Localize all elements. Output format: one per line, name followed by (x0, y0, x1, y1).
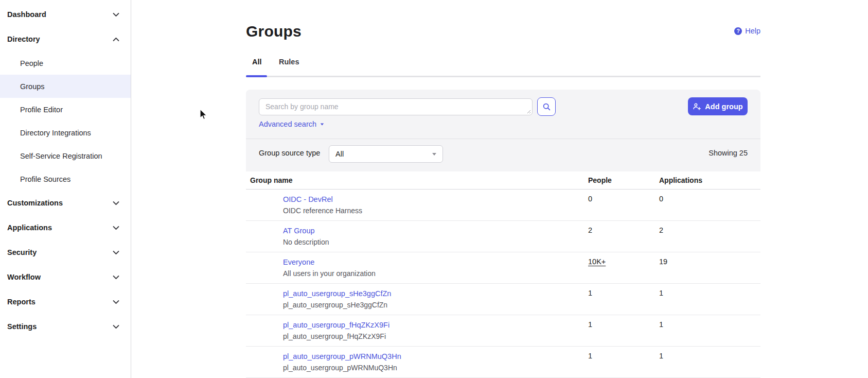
group-name-cell: Everyone All users in your organization (246, 252, 588, 283)
search-icon (542, 102, 551, 111)
column-header-people: People (588, 176, 659, 184)
group-source-type-select[interactable]: All (329, 145, 443, 163)
advanced-search-label: Advanced search (259, 120, 316, 128)
sidebar-item-label: Dashboard (7, 10, 113, 19)
group-name-link[interactable]: pl_auto_usergroup_sHe3ggCfZn (283, 289, 391, 298)
chevron-up-icon (113, 37, 119, 42)
search-input[interactable] (259, 98, 533, 115)
sidebar-item-applications[interactable]: Applications (0, 215, 131, 240)
chevron-down-icon (113, 300, 119, 304)
table-body: OIDC - DevRel OIDC reference Harness 0 0… (246, 190, 760, 378)
sidebar-item-groups[interactable]: Groups (0, 75, 131, 98)
group-description: pl_auto_usergroup_pWRNMuQ3Hn (283, 364, 401, 372)
sidebar-item-directory-integrations[interactable]: Directory Integrations (0, 121, 131, 144)
applications-count-cell: 19 (659, 252, 760, 283)
sidebar-item-self-service-registration[interactable]: Self-Service Registration (0, 144, 131, 167)
group-name-link[interactable]: Everyone (283, 258, 314, 266)
group-description: pl_auto_usergroup_fHqZKzX9Fi (283, 332, 389, 340)
sidebar-item-profile-sources[interactable]: Profile Sources (0, 167, 131, 191)
sidebar-item-label: Groups (20, 82, 119, 91)
group-description: OIDC reference Harness (283, 207, 362, 215)
sidebar-item-label: Workflow (7, 273, 113, 281)
chevron-down-icon (113, 201, 119, 205)
help-link[interactable]: ? Help (734, 27, 760, 35)
tab-all[interactable]: All (252, 58, 262, 66)
filter-panel: Advanced search Add group Group source t… (246, 90, 760, 171)
sidebar-item-label: Customizations (7, 199, 113, 207)
tab-rules[interactable]: Rules (279, 58, 299, 66)
help-label: Help (745, 27, 760, 35)
chevron-down-icon (113, 250, 119, 255)
applications-count-cell: 1 (659, 347, 760, 377)
sidebar-item-customizations[interactable]: Customizations (0, 191, 131, 215)
tabs: All Rules (246, 58, 760, 79)
table-row: pl_auto_usergroup_fHqZKzX9Fi pl_auto_use… (246, 315, 760, 347)
sidebar-item-settings[interactable]: Settings (0, 314, 131, 339)
add-group-label: Add group (705, 102, 742, 111)
select-caret-icon (432, 153, 436, 156)
group-description: pl_auto_usergroup_sHe3ggCfZn (283, 301, 391, 309)
applications-count-cell: 1 (659, 284, 760, 315)
sidebar-item-label: Settings (7, 322, 113, 331)
sidebar-item-label: Profile Sources (20, 175, 119, 183)
group-name-cell: pl_auto_usergroup_pWRNMuQ3Hn pl_auto_use… (246, 347, 588, 377)
people-count-cell: 10K+ (588, 252, 659, 283)
group-icon (257, 261, 272, 275)
group-description: No description (283, 238, 329, 246)
showing-count: Showing 25 (708, 149, 748, 157)
table-row: OIDC - DevRel OIDC reference Harness 0 0 (246, 190, 760, 221)
group-name-link[interactable]: pl_auto_usergroup_fHqZKzX9Fi (283, 321, 389, 329)
chevron-down-icon (113, 275, 119, 280)
sidebar-item-label: Profile Editor (20, 106, 119, 114)
group-name-link[interactable]: AT Group (283, 227, 315, 235)
tabs-baseline (246, 76, 760, 77)
help-question-icon: ? (734, 27, 742, 35)
caret-down-icon (321, 123, 324, 125)
sidebar-item-profile-editor[interactable]: Profile Editor (0, 98, 131, 121)
sidebar-item-label: Directory Integrations (20, 129, 119, 137)
group-name-cell: OIDC - DevRel OIDC reference Harness (246, 190, 588, 220)
mouse-cursor (198, 109, 208, 121)
sidebar: Dashboard Directory People Groups Profil… (0, 0, 131, 378)
sidebar-item-label: Reports (7, 298, 113, 306)
sidebar-item-label: Self-Service Registration (20, 152, 119, 160)
group-source-type-value: All (335, 150, 432, 158)
sidebar-item-reports[interactable]: Reports (0, 289, 131, 314)
sidebar-item-directory[interactable]: Directory (0, 27, 131, 51)
group-description: All users in your organization (283, 269, 376, 278)
column-header-group-name: Group name (246, 176, 588, 184)
page-title: Groups (246, 23, 302, 40)
search-button[interactable] (537, 97, 556, 116)
sidebar-item-people[interactable]: People (0, 51, 131, 75)
table-row: pl_auto_usergroup_sHe3ggCfZn pl_auto_use… (246, 284, 760, 315)
column-header-applications: Applications (659, 176, 760, 184)
chevron-down-icon (113, 226, 119, 230)
group-icon (257, 198, 272, 212)
table-row: AT Group No description 2 2 (246, 221, 760, 252)
sidebar-item-label: Applications (7, 224, 113, 232)
sidebar-item-label: People (20, 59, 119, 67)
group-name-cell: AT Group No description (246, 221, 588, 252)
applications-count-cell: 1 (659, 315, 760, 346)
add-person-icon (693, 102, 701, 111)
group-name-link[interactable]: pl_auto_usergroup_pWRNMuQ3Hn (283, 352, 401, 360)
group-name-cell: pl_auto_usergroup_fHqZKzX9Fi pl_auto_use… (246, 315, 588, 346)
sidebar-item-label: Directory (7, 35, 113, 43)
applications-count-cell: 2 (659, 221, 760, 252)
group-icon (257, 323, 272, 338)
sidebar-item-workflow[interactable]: Workflow (0, 265, 131, 289)
chevron-down-icon (113, 12, 119, 17)
people-count-cell: 1 (588, 284, 659, 315)
people-count-cell: 2 (588, 221, 659, 252)
sidebar-item-dashboard[interactable]: Dashboard (0, 2, 131, 27)
add-group-button[interactable]: Add group (688, 97, 748, 115)
filter-divider (246, 139, 760, 139)
table-header: Group name People Applications (246, 171, 760, 190)
people-count-cell: 1 (588, 315, 659, 346)
tab-active-indicator (246, 75, 267, 77)
group-icon (257, 355, 272, 369)
table-row: Everyone All users in your organization … (246, 252, 760, 284)
advanced-search-link[interactable]: Advanced search (259, 120, 324, 128)
group-name-link[interactable]: OIDC - DevRel (283, 195, 333, 203)
sidebar-item-security[interactable]: Security (0, 240, 131, 265)
